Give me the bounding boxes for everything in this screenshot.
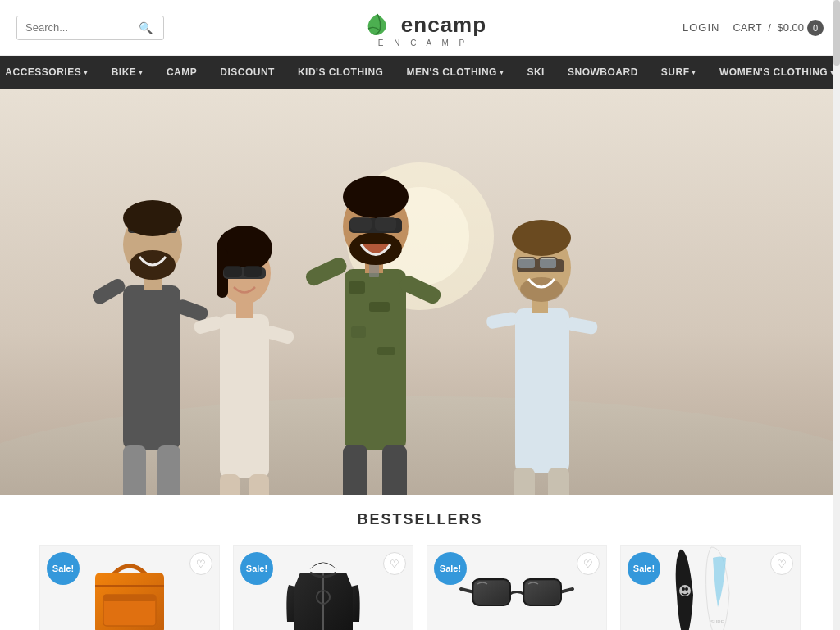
product-card-2[interactable]: Sale! ♡ bbox=[233, 545, 413, 630]
svg-point-72 bbox=[685, 587, 688, 591]
svg-rect-23 bbox=[224, 266, 242, 277]
nav-label-kids-clothing: KID'S CLOTHING bbox=[298, 66, 384, 78]
cart-separator: / bbox=[765, 21, 774, 34]
svg-rect-51 bbox=[518, 258, 536, 269]
search-button[interactable]: 🔍 bbox=[132, 16, 159, 39]
svg-point-71 bbox=[682, 587, 685, 591]
sale-badge-1: Sale! bbox=[47, 552, 80, 585]
nav-label-snowboard: SNOWBOARD bbox=[568, 66, 638, 78]
nav-label-camp: CAMP bbox=[167, 66, 197, 78]
svg-rect-28 bbox=[249, 474, 269, 495]
svg-rect-46 bbox=[515, 308, 569, 472]
svg-point-49 bbox=[512, 220, 571, 256]
svg-rect-27 bbox=[220, 474, 240, 495]
logo-image-wrap: encamp bbox=[360, 7, 486, 42]
svg-point-37 bbox=[343, 176, 409, 218]
hero-banner bbox=[0, 89, 840, 495]
product-image-area-2: Sale! ♡ bbox=[234, 546, 413, 630]
site-header: 🔍 encamp E N C A M P LOGIN CART / $0.00 … bbox=[0, 0, 840, 56]
nav-label-bike: BIKE bbox=[112, 66, 137, 78]
search-form[interactable]: 🔍 bbox=[16, 16, 164, 40]
scrollbar-thumb[interactable] bbox=[833, 0, 840, 66]
logo-leaf-icon bbox=[360, 7, 395, 42]
hero-background bbox=[0, 89, 840, 495]
nav-label-womens-clothing: WOMEN'S CLOTHING bbox=[719, 66, 828, 78]
search-input[interactable] bbox=[17, 16, 132, 39]
product-card-3[interactable]: Sale! ♡ bbox=[427, 545, 607, 630]
cart-price: $0.00 bbox=[777, 21, 804, 34]
nav-item-accessories[interactable]: ACCESSORIES ▾ bbox=[0, 56, 100, 89]
nav-item-surf[interactable]: SURF ▾ bbox=[650, 56, 708, 89]
nav-item-snowboard[interactable]: SNOWBOARD bbox=[556, 56, 650, 89]
hero-image bbox=[0, 89, 840, 495]
heart-icon-3: ♡ bbox=[583, 558, 593, 570]
nav-label-discount: DISCOUNT bbox=[220, 66, 275, 78]
svg-rect-68 bbox=[474, 581, 509, 604]
svg-rect-33 bbox=[377, 347, 395, 355]
product-image-area-1: Sale! ♡ bbox=[40, 546, 219, 630]
chevron-down-icon-bike: ▾ bbox=[139, 68, 144, 76]
bestsellers-section: BESTSELLERS Sale! ♡ bbox=[0, 495, 840, 630]
nav-item-mens-clothing[interactable]: MEN'S CLOTHING ▾ bbox=[395, 56, 515, 89]
svg-rect-29 bbox=[345, 269, 406, 450]
products-row: Sale! ♡ bbox=[16, 545, 824, 630]
nav-item-ski[interactable]: SKI bbox=[515, 56, 556, 89]
svg-rect-17 bbox=[220, 314, 269, 478]
cart-count-badge: 0 bbox=[807, 20, 824, 36]
heart-icon-1: ♡ bbox=[196, 558, 206, 570]
svg-rect-45 bbox=[382, 445, 407, 495]
cart-link[interactable]: CART / $0.00 0 bbox=[733, 20, 824, 36]
wishlist-button-1[interactable]: ♡ bbox=[189, 552, 212, 575]
svg-rect-24 bbox=[244, 266, 262, 277]
svg-rect-31 bbox=[369, 302, 390, 312]
svg-rect-16 bbox=[158, 445, 180, 495]
svg-rect-57 bbox=[548, 468, 569, 495]
login-link[interactable]: LOGIN bbox=[682, 21, 719, 34]
svg-rect-69 bbox=[525, 581, 559, 604]
nav-item-bike[interactable]: BIKE ▾ bbox=[100, 56, 155, 89]
product-image-area-4: Sale! ♡ SUR bbox=[621, 546, 800, 630]
heart-icon-2: ♡ bbox=[390, 558, 399, 570]
svg-rect-5 bbox=[123, 285, 180, 450]
header-actions: LOGIN CART / $0.00 0 bbox=[682, 20, 824, 36]
bag-product-image bbox=[89, 550, 171, 630]
product-card-1[interactable]: Sale! ♡ bbox=[39, 545, 220, 630]
svg-rect-61 bbox=[103, 595, 156, 601]
surfboard-product-image: SURF bbox=[665, 546, 756, 630]
svg-rect-41 bbox=[375, 217, 396, 231]
site-logo[interactable]: encamp E N C A M P bbox=[360, 7, 486, 48]
svg-rect-32 bbox=[351, 326, 366, 338]
nav-label-accessories: ACCESSORIES bbox=[5, 66, 81, 78]
sale-badge-4: Sale! bbox=[628, 552, 660, 585]
product-image-area-3: Sale! ♡ bbox=[427, 546, 606, 630]
wishlist-button-2[interactable]: ♡ bbox=[383, 552, 406, 575]
nav-item-camp[interactable]: CAMP bbox=[155, 56, 208, 89]
nav-item-discount[interactable]: DISCOUNT bbox=[208, 56, 286, 89]
nav-item-kids-clothing[interactable]: KID'S CLOTHING bbox=[286, 56, 395, 89]
svg-rect-40 bbox=[350, 217, 372, 231]
cart-label: CART bbox=[733, 21, 761, 34]
logo-tagline: E N C A M P bbox=[378, 39, 469, 48]
sale-badge-3: Sale! bbox=[434, 552, 467, 585]
svg-point-11 bbox=[123, 200, 182, 236]
svg-text:SURF: SURF bbox=[710, 619, 724, 624]
sale-badge-2: Sale! bbox=[240, 552, 273, 585]
main-navigation: ACCESSORIES ▾ BIKE ▾ CAMP DISCOUNT KID'S… bbox=[0, 56, 840, 89]
nav-label-ski: SKI bbox=[527, 66, 545, 78]
logo-text-group: encamp bbox=[401, 12, 486, 38]
svg-point-53 bbox=[520, 277, 563, 302]
sunglasses-product-image bbox=[459, 566, 574, 623]
scrollbar-track bbox=[833, 0, 840, 630]
nav-item-womens-clothing[interactable]: WOMEN'S CLOTHING ▾ bbox=[708, 56, 840, 89]
wishlist-button-4[interactable]: ♡ bbox=[770, 552, 793, 575]
product-card-4[interactable]: Sale! ♡ SUR bbox=[620, 545, 801, 630]
chevron-down-icon-mens: ▾ bbox=[500, 68, 504, 76]
logo-brand-name: encamp bbox=[401, 12, 486, 38]
svg-rect-52 bbox=[539, 258, 557, 269]
search-icon: 🔍 bbox=[139, 21, 153, 34]
wishlist-button-3[interactable]: ♡ bbox=[577, 552, 600, 575]
svg-rect-44 bbox=[343, 445, 368, 495]
bestsellers-title: BESTSELLERS bbox=[16, 511, 824, 528]
svg-rect-15 bbox=[123, 445, 146, 495]
svg-rect-56 bbox=[514, 468, 535, 495]
